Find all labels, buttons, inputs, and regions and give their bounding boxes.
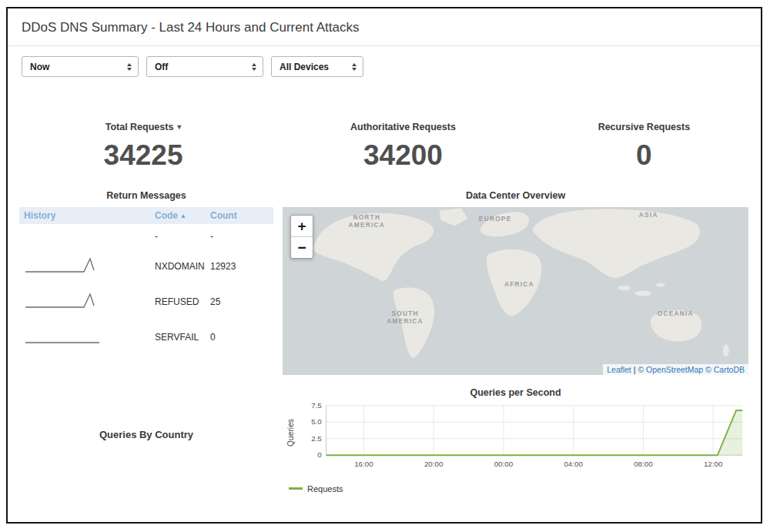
map-zoom-control: + − xyxy=(290,215,313,259)
total-requests-value: 34225 xyxy=(8,139,279,172)
xtick-04: 04:00 xyxy=(564,460,583,468)
map-label-north-america: AMERICA xyxy=(349,221,385,229)
device-value: All Devices xyxy=(280,62,329,72)
map-label-north: NORTH xyxy=(353,213,380,221)
recursive-requests-label: Recursive Requests xyxy=(527,122,761,132)
queries-by-country-title: Queries By Country xyxy=(19,429,273,440)
ytick-7-5: 7.5 xyxy=(311,401,322,410)
stat-authoritative-requests: Authoritative Requests 34200 xyxy=(279,122,527,172)
data-center-map[interactable]: NORTH AMERICA EUROPE ASIA AFRICA SOUTH A… xyxy=(283,207,748,375)
column-header-code[interactable]: Code▲ xyxy=(155,210,210,221)
islands-southeast-asia xyxy=(635,291,651,296)
map-label-europe: EUROPE xyxy=(479,215,512,223)
legend-swatch-icon xyxy=(289,487,303,490)
refresh-select[interactable]: Off xyxy=(146,56,263,77)
ytick-5-0: 5.0 xyxy=(311,417,322,426)
history-sparkline xyxy=(24,256,101,276)
islands-southeast-asia xyxy=(618,286,631,290)
return-messages-header: History Code▲ Count xyxy=(19,207,273,224)
stat-total-requests: Total Requests▾ 34225 xyxy=(8,122,279,172)
cartodb-link[interactable]: © CartoDB xyxy=(705,365,745,374)
openstreetmap-link[interactable]: © OpenStreetMap xyxy=(638,365,703,374)
dashboard-frame: DDoS DNS Summary - Last 24 Hours and Cur… xyxy=(6,7,762,524)
qps-chart-svg: 7.5 5.0 2.5 0 16:00 20:00 00:00 04:00 08… xyxy=(283,401,748,475)
queries-per-second-chart: 7.5 5.0 2.5 0 16:00 20:00 00:00 04:00 08… xyxy=(283,401,748,494)
map-label-south: SOUTH xyxy=(391,309,418,317)
time-range-value: Now xyxy=(30,62,49,72)
leaflet-link[interactable]: Leaflet xyxy=(607,365,631,374)
ytick-0: 0 xyxy=(317,450,322,459)
authoritative-requests-value: 34200 xyxy=(279,139,527,172)
return-message-row: REFUSED 25 xyxy=(19,284,273,320)
recursive-requests-value: 0 xyxy=(527,139,761,172)
islands-southeast-asia xyxy=(656,283,665,287)
xtick-16: 16:00 xyxy=(354,460,373,468)
xtick-00: 00:00 xyxy=(494,460,514,468)
refresh-value: Off xyxy=(155,62,168,72)
page-title: DDoS DNS Summary - Last 24 Hours and Cur… xyxy=(8,8,761,46)
history-sparkline xyxy=(24,226,101,246)
toolbar: Now Off All Devices xyxy=(8,46,761,85)
attribution-separator: | xyxy=(634,365,636,374)
count-cell: 12923 xyxy=(210,261,264,272)
count-cell: 25 xyxy=(210,296,264,307)
main-content: Return Messages History Code▲ Count - - … xyxy=(8,190,761,494)
return-messages-panel: Return Messages History Code▲ Count - - … xyxy=(8,190,273,494)
return-messages-title: Return Messages xyxy=(19,190,273,201)
return-message-row: NXDOMAIN 12923 xyxy=(19,249,273,284)
history-sparkline xyxy=(24,292,101,312)
xtick-20: 20:00 xyxy=(424,460,444,468)
map-label-oceania: OCEANIA xyxy=(658,309,694,317)
world-map-graphic: NORTH AMERICA EUROPE ASIA AFRICA SOUTH A… xyxy=(283,207,748,375)
return-message-row: - - xyxy=(19,224,273,249)
count-cell: - xyxy=(210,231,264,242)
authoritative-requests-label: Authoritative Requests xyxy=(279,122,527,132)
code-cell: SERVFAIL xyxy=(155,332,210,343)
zoom-out-button[interactable]: − xyxy=(291,236,313,258)
count-cell: 0 xyxy=(210,332,264,343)
ytick-2-5: 2.5 xyxy=(311,434,322,443)
map-label-africa: AFRICA xyxy=(504,280,534,288)
requests-line xyxy=(326,410,743,455)
stat-recursive-requests: Recursive Requests 0 xyxy=(527,122,761,172)
island-new-zealand xyxy=(723,344,729,356)
column-header-history[interactable]: History xyxy=(24,210,155,221)
requests-area xyxy=(326,410,743,455)
legend-label: Requests xyxy=(307,484,343,494)
total-requests-label[interactable]: Total Requests▾ xyxy=(8,122,279,132)
device-select[interactable]: All Devices xyxy=(271,56,363,77)
queries-per-second-title: Queries per Second xyxy=(283,387,748,398)
map-label-asia: ASIA xyxy=(639,211,658,219)
column-header-count[interactable]: Count xyxy=(210,210,264,221)
history-sparkline xyxy=(24,327,101,347)
select-arrows-icon xyxy=(352,63,357,71)
y-axis-label: Queries xyxy=(286,419,295,447)
caret-down-icon: ▾ xyxy=(177,122,181,131)
legend-requests[interactable]: Requests xyxy=(289,484,748,494)
select-arrows-icon xyxy=(127,63,132,71)
return-message-row: SERVFAIL 0 xyxy=(19,320,273,355)
map-and-chart-panel: Data Center Overview xyxy=(273,190,761,494)
map-attribution: Leaflet | © OpenStreetMap © CartoDB xyxy=(603,364,748,375)
data-center-overview-title: Data Center Overview xyxy=(283,190,748,201)
code-cell: - xyxy=(155,231,210,242)
stats-row: Total Requests▾ 34225 Authoritative Requ… xyxy=(8,122,761,172)
sort-asc-icon: ▲ xyxy=(180,212,186,219)
xtick-08: 08:00 xyxy=(634,460,653,468)
code-cell: REFUSED xyxy=(155,296,210,307)
zoom-in-button[interactable]: + xyxy=(291,216,313,236)
xtick-12: 12:00 xyxy=(704,460,723,468)
time-range-select[interactable]: Now xyxy=(22,56,139,77)
code-cell: NXDOMAIN xyxy=(155,261,210,272)
select-arrows-icon xyxy=(252,63,256,71)
map-label-south-america: AMERICA xyxy=(387,317,423,325)
